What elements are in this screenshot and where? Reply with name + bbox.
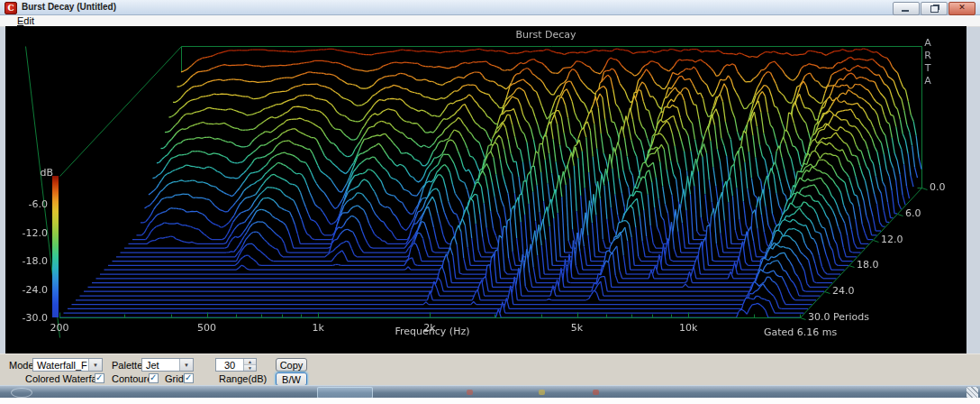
arta-watermark: ARTA (919, 37, 937, 87)
range-db-label: Range(dB) (219, 373, 267, 384)
db-tick-label: -6.0 (29, 198, 48, 210)
close-icon: ✕ (949, 3, 975, 12)
resize-grip[interactable] (966, 387, 978, 398)
taskbar-ghost-icon (593, 390, 599, 395)
minimize-icon (902, 10, 909, 12)
freq-tick-label: 1k (313, 322, 324, 334)
contoured-checkbox[interactable] (149, 373, 159, 383)
restore-button[interactable] (921, 2, 948, 15)
palette-dropdown[interactable]: Jet ▼ (141, 358, 194, 372)
grid-checkbox[interactable] (184, 373, 194, 383)
spin-down-icon[interactable]: ▼ (244, 364, 256, 372)
plot-title: Burst Decay (515, 29, 576, 41)
taskbar-ghost-icon (539, 390, 545, 395)
window-title: Burst Decay (Untitled) (22, 2, 116, 12)
plot-area: Burst Decay ARTA dB Frequency (Hz) Gated… (5, 26, 966, 354)
period-tick-label: 30.0 Periods (808, 311, 869, 323)
chevron-down-icon[interactable]: ▼ (88, 359, 102, 371)
palette-label: Palette (112, 360, 142, 371)
app-icon: C (5, 2, 17, 14)
bottom-margin (0, 398, 980, 404)
close-button[interactable]: ✕ (948, 2, 975, 15)
titlebar[interactable]: C Burst Decay (Untitled) ✕ (0, 0, 980, 15)
period-tick-label: 0.0 (930, 181, 946, 193)
spinner-buttons: ▲ ▼ (243, 359, 256, 371)
restore-icon (930, 5, 939, 13)
background-taskbar-strip (0, 385, 980, 399)
minimize-button[interactable] (893, 2, 920, 15)
mode-dropdown[interactable]: Waterfall_F ▼ (32, 358, 103, 372)
period-tick-label: 24.0 (832, 285, 855, 297)
palette-value: Jet (146, 360, 159, 371)
freq-tick-label: 500 (197, 322, 216, 334)
db-tick-label: -12.0 (23, 226, 48, 238)
bw-button[interactable]: B/W (276, 372, 307, 386)
colored-waterfall-label: Colored Waterfall (25, 373, 102, 384)
app-window: C Burst Decay (Untitled) ✕ Edit Burst De… (0, 0, 980, 404)
chevron-down-icon[interactable]: ▼ (179, 359, 193, 371)
freq-tick-label: 10k (679, 322, 697, 334)
range-spinner-value: 30 (216, 360, 243, 371)
grid-label: Grid (165, 373, 184, 384)
waterfall-canvas (5, 26, 966, 354)
db-tick-label: -24.0 (23, 283, 48, 295)
period-tick-label: 12.0 (881, 234, 903, 245)
menu-item-edit[interactable]: Edit (14, 15, 37, 26)
mode-value: Waterfall_F (37, 360, 87, 371)
start-orb-ghost-icon (11, 388, 32, 398)
control-bar: Mode Waterfall_F ▼ Palette Jet ▼ 30 ▲ ▼ … (0, 354, 980, 386)
db-tick-label: -18.0 (23, 255, 48, 267)
colored-waterfall-checkbox[interactable] (95, 373, 104, 383)
db-tick-label: -30.0 (23, 312, 48, 324)
period-tick-label: 18.0 (857, 259, 879, 271)
period-tick-label: 6.0 (905, 207, 921, 219)
freq-tick-label: 5k (571, 322, 583, 334)
mode-label: Mode (9, 360, 34, 371)
window-buttons: ✕ (892, 2, 975, 15)
freq-tick-label: 200 (50, 322, 69, 334)
copy-button[interactable]: Copy (276, 358, 307, 372)
db-axis-unit: dB (40, 167, 53, 179)
range-spinner[interactable]: 30 ▲ ▼ (215, 358, 257, 372)
freq-tick-label: 2k (423, 322, 435, 334)
taskbar-ghost-icon (467, 390, 473, 395)
gated-label: Gated 6.16 ms (764, 326, 837, 338)
